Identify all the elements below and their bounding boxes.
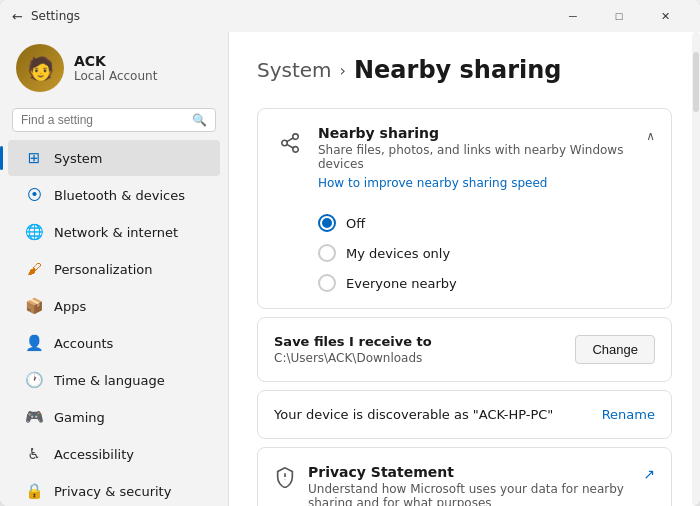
nearby-sharing-card: Nearby sharing Share files, photos, and … — [257, 108, 672, 309]
user-info: ACK Local Account — [74, 53, 157, 83]
card-title: Nearby sharing — [318, 125, 634, 141]
apps-icon: 📦 — [24, 296, 44, 316]
change-button[interactable]: Change — [575, 335, 655, 364]
svg-point-1 — [282, 140, 288, 146]
discoverable-card: Your device is discoverable as "ACK-HP-P… — [257, 390, 672, 439]
sidebar-item-label: Network & internet — [54, 225, 178, 240]
radio-everyone-circle — [318, 274, 336, 292]
privacy-title: Privacy Statement — [308, 464, 631, 480]
sidebar-item-network[interactable]: 🌐 Network & internet — [8, 214, 220, 250]
breadcrumb-system[interactable]: System — [257, 58, 332, 82]
radio-my-devices-label: My devices only — [346, 246, 450, 261]
external-link-icon[interactable]: ↗ — [643, 466, 655, 482]
user-name: ACK — [74, 53, 157, 69]
radio-off-label: Off — [346, 216, 365, 231]
sidebar-item-time[interactable]: 🕐 Time & language — [8, 362, 220, 398]
window-content: 🧑 ACK Local Account 🔍 ⊞ System ⦿ — [0, 32, 700, 506]
bluetooth-icon: ⦿ — [24, 185, 44, 205]
svg-line-3 — [287, 144, 293, 148]
card-desc: Share files, photos, and links with near… — [318, 143, 634, 171]
sidebar-item-label: Accessibility — [54, 447, 134, 462]
sidebar-item-label: Time & language — [54, 373, 165, 388]
rename-link[interactable]: Rename — [602, 407, 655, 422]
radio-my-devices[interactable]: My devices only — [318, 244, 655, 262]
privacy-statement-icon — [274, 466, 296, 493]
avatar: 🧑 — [16, 44, 64, 92]
personalization-icon: 🖌 — [24, 259, 44, 279]
scrollbar-track[interactable] — [692, 32, 700, 506]
sidebar-item-accessibility[interactable]: ♿ Accessibility — [8, 436, 220, 472]
close-button[interactable]: ✕ — [642, 0, 688, 32]
page-title: Nearby sharing — [354, 56, 561, 84]
svg-line-4 — [287, 138, 293, 142]
accessibility-icon: ♿ — [24, 444, 44, 464]
titlebar: ← Settings ─ □ ✕ — [0, 0, 700, 32]
main-wrapper: System › Nearby sharing — [229, 32, 700, 506]
svg-point-2 — [293, 147, 299, 153]
sidebar-item-label: System — [54, 151, 102, 166]
sidebar-item-personalization[interactable]: 🖌 Personalization — [8, 251, 220, 287]
minimize-button[interactable]: ─ — [550, 0, 596, 32]
save-files-text: Save files I receive to C:\Users\ACK\Dow… — [274, 334, 432, 365]
radio-off[interactable]: Off — [318, 214, 655, 232]
card-body: Off My devices only Everyone nearby — [258, 206, 671, 308]
radio-everyone[interactable]: Everyone nearby — [318, 274, 655, 292]
sidebar-item-gaming[interactable]: 🎮 Gaming — [8, 399, 220, 435]
gaming-icon: 🎮 — [24, 407, 44, 427]
titlebar-controls: ─ □ ✕ — [550, 0, 688, 32]
card-header-text: Nearby sharing Share files, photos, and … — [318, 125, 634, 190]
privacy-text-block: Privacy Statement Understand how Microso… — [308, 464, 631, 506]
improve-speed-link[interactable]: How to improve nearby sharing speed — [318, 176, 547, 190]
page-header: System › Nearby sharing — [257, 56, 672, 84]
chevron-up-icon: ∧ — [646, 129, 655, 143]
privacy-desc: Understand how Microsoft uses your data … — [308, 482, 631, 506]
sidebar-item-label: Apps — [54, 299, 86, 314]
nav-list: ⊞ System ⦿ Bluetooth & devices 🌐 Network… — [0, 140, 228, 506]
privacy-icon: 🔒 — [24, 481, 44, 501]
scrollbar-thumb[interactable] — [693, 52, 699, 112]
sidebar-item-label: Gaming — [54, 410, 105, 425]
time-icon: 🕐 — [24, 370, 44, 390]
radio-everyone-label: Everyone nearby — [346, 276, 457, 291]
settings-window: ← Settings ─ □ ✕ 🧑 ACK Local Account — [0, 0, 700, 506]
radio-my-devices-circle — [318, 244, 336, 262]
save-files-label: Save files I receive to — [274, 334, 432, 349]
save-files-inner: Save files I receive to C:\Users\ACK\Dow… — [274, 334, 655, 365]
sidebar-item-label: Personalization — [54, 262, 153, 277]
search-input[interactable] — [21, 113, 186, 127]
network-icon: 🌐 — [24, 222, 44, 242]
sidebar-item-system[interactable]: ⊞ System — [8, 140, 220, 176]
system-icon: ⊞ — [24, 148, 44, 168]
search-box[interactable]: 🔍 — [12, 108, 216, 132]
save-files-path: C:\Users\ACK\Downloads — [274, 351, 432, 365]
user-type: Local Account — [74, 69, 157, 83]
sidebar-item-label: Privacy & security — [54, 484, 171, 499]
sidebar-item-label: Accounts — [54, 336, 113, 351]
titlebar-left: ← Settings — [12, 9, 80, 24]
nearby-sharing-icon — [274, 127, 306, 159]
sidebar: 🧑 ACK Local Account 🔍 ⊞ System ⦿ — [0, 32, 228, 506]
main-content: System › Nearby sharing — [229, 32, 700, 506]
svg-point-6 — [285, 479, 286, 480]
save-files-card: Save files I receive to C:\Users\ACK\Dow… — [257, 317, 672, 382]
card-header[interactable]: Nearby sharing Share files, photos, and … — [258, 109, 671, 206]
svg-point-0 — [293, 134, 299, 140]
sidebar-item-privacy[interactable]: 🔒 Privacy & security — [8, 473, 220, 506]
accounts-icon: 👤 — [24, 333, 44, 353]
maximize-button[interactable]: □ — [596, 0, 642, 32]
sidebar-item-label: Bluetooth & devices — [54, 188, 185, 203]
sidebar-item-bluetooth[interactable]: ⦿ Bluetooth & devices — [8, 177, 220, 213]
search-icon: 🔍 — [192, 113, 207, 127]
user-section[interactable]: 🧑 ACK Local Account — [0, 32, 228, 108]
breadcrumb-arrow: › — [340, 61, 346, 80]
titlebar-title: Settings — [31, 9, 80, 23]
radio-group: Off My devices only Everyone nearby — [318, 214, 655, 292]
sidebar-item-accounts[interactable]: 👤 Accounts — [8, 325, 220, 361]
sidebar-item-apps[interactable]: 📦 Apps — [8, 288, 220, 324]
discoverable-text: Your device is discoverable as "ACK-HP-P… — [274, 407, 553, 422]
radio-off-circle — [318, 214, 336, 232]
back-icon[interactable]: ← — [12, 9, 23, 24]
privacy-card: Privacy Statement Understand how Microso… — [257, 447, 672, 506]
